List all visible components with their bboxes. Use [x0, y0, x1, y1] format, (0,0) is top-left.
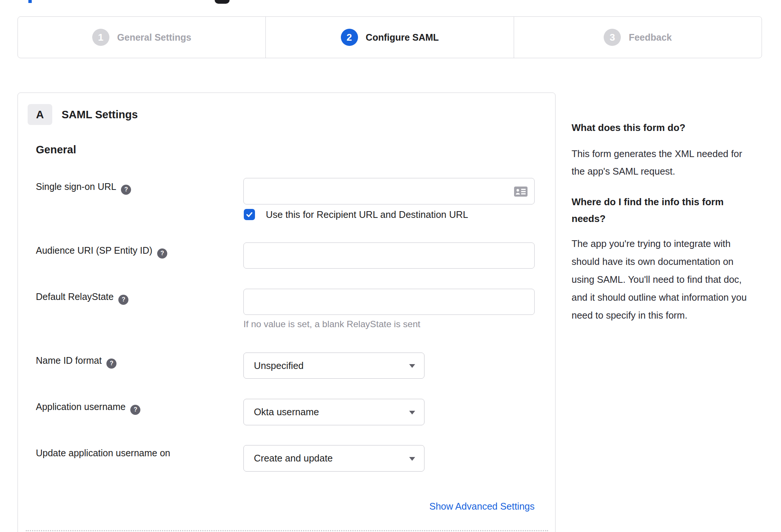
chevron-down-icon: [409, 457, 415, 461]
sso-url-input[interactable]: [243, 178, 535, 204]
use-for-recipient-checkbox[interactable]: [244, 209, 255, 220]
help-question-where: Where do I find the info this form needs…: [572, 194, 752, 227]
name-id-format-label: Name ID format: [36, 355, 116, 369]
step-number-badge: 1: [92, 29, 109, 46]
chevron-down-icon: [409, 364, 415, 368]
name-id-format-select[interactable]: Unspecified: [243, 353, 424, 379]
audience-uri-label: Audience URI (SP Entity ID): [36, 245, 167, 259]
use-for-recipient-checkbox-label: Use this for Recipient URL and Destinati…: [266, 209, 468, 220]
sso-url-input-wrap: [243, 178, 535, 204]
sso-url-label: Single sign-on URL: [36, 181, 131, 195]
application-username-select[interactable]: Okta username: [243, 399, 424, 425]
show-advanced-settings-link[interactable]: Show Advanced Settings: [243, 501, 535, 512]
help-icon[interactable]: [157, 248, 167, 259]
cropped-header-fragment-blue: [28, 0, 32, 3]
default-relaystate-label: Default RelayState: [36, 291, 128, 305]
help-icon[interactable]: [118, 295, 128, 305]
step-label: Feedback: [629, 32, 672, 43]
section-badge: A: [28, 104, 52, 125]
name-id-format-value: Unspecified: [244, 360, 304, 371]
application-username-label: Application username: [36, 401, 140, 415]
wizard-stepper: 1 General Settings 2 Configure SAML 3 Fe…: [18, 16, 762, 58]
default-relaystate-label-text: Default RelayState: [36, 291, 113, 302]
name-id-format-label-text: Name ID format: [36, 355, 102, 366]
step-configure-saml[interactable]: 2 Configure SAML: [265, 17, 513, 58]
help-icon[interactable]: [130, 405, 140, 415]
update-app-username-label-text: Update application username on: [36, 448, 170, 458]
section-title: SAML Settings: [62, 109, 138, 121]
group-title-general: General: [36, 144, 76, 156]
update-app-username-label: Update application username on: [36, 447, 170, 459]
help-answer-where: The app you're trying to integrate with …: [572, 235, 752, 324]
step-general-settings[interactable]: 1 General Settings: [18, 17, 265, 58]
application-username-label-text: Application username: [36, 401, 125, 412]
cropped-header-fragment-dark: [215, 0, 230, 4]
audience-uri-input[interactable]: [243, 242, 535, 269]
help-icon[interactable]: [121, 185, 131, 195]
sso-url-label-text: Single sign-on URL: [36, 181, 116, 192]
contact-card-icon: [514, 187, 528, 197]
update-app-username-value: Create and update: [244, 453, 333, 464]
step-number-badge: 2: [341, 29, 358, 46]
section-dotted-divider: [26, 530, 548, 531]
chevron-down-icon: [409, 411, 415, 414]
saml-settings-panel: A SAML Settings General Single sign-on U…: [18, 93, 556, 532]
configure-saml-page: 1 General Settings 2 Configure SAML 3 Fe…: [0, 0, 781, 532]
help-icon[interactable]: [106, 359, 116, 369]
help-sidebar: What does this form do? This form genera…: [572, 119, 752, 324]
help-answer-what: This form generates the XML needed for t…: [572, 145, 752, 180]
application-username-value: Okta username: [244, 407, 319, 417]
step-label: Configure SAML: [366, 32, 439, 43]
help-question-what: What does this form do?: [572, 119, 752, 136]
checkmark-icon: [245, 210, 253, 219]
relaystate-hint: If no value is set, a blank RelayState i…: [243, 319, 420, 329]
step-feedback[interactable]: 3 Feedback: [514, 17, 762, 58]
update-app-username-select[interactable]: Create and update: [243, 445, 424, 472]
step-number-badge: 3: [604, 29, 621, 46]
default-relaystate-input[interactable]: [243, 289, 535, 315]
audience-uri-label-text: Audience URI (SP Entity ID): [36, 245, 152, 256]
step-label: General Settings: [117, 32, 192, 43]
